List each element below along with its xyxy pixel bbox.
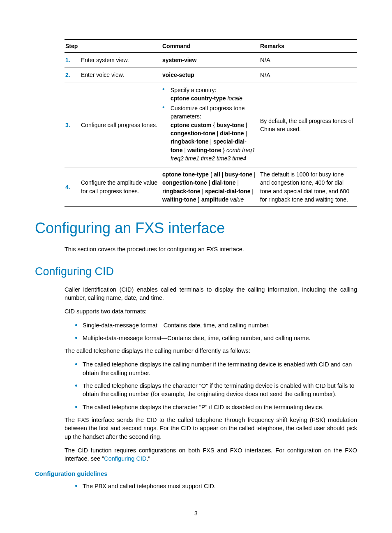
step-command: cptone tone-type { all | busy-tone | con…	[161, 167, 259, 207]
step-desc: Enter voice view.	[80, 67, 161, 83]
page-number: 3	[0, 510, 392, 517]
step-remarks: By default, the call progress tones of C…	[259, 83, 357, 167]
cmd-bullet-text: Specify a country: cptone country-type l…	[171, 86, 242, 103]
table-row: 3. Configure call progress tones. • Spec…	[65, 83, 357, 167]
steps-table: Step Command Remarks 1. Enter system vie…	[65, 39, 357, 207]
step-remarks: The default is 1000 for busy tone and co…	[259, 167, 357, 207]
step-remarks: N/A	[259, 67, 357, 83]
table-header-row: Step Command Remarks	[65, 39, 357, 53]
step-number: 3.	[65, 83, 80, 167]
list-item: The called telephone displays the charac…	[75, 382, 357, 399]
paragraph: Caller identification (CID) enables call…	[65, 285, 357, 302]
paragraph: This section covers the procedures for c…	[65, 245, 357, 253]
list-item: Single-data-message format—Contains date…	[75, 321, 357, 329]
list-item: The PBX and called telephones must suppo…	[75, 482, 357, 490]
th-step: Step	[65, 39, 161, 53]
step-number: 1.	[65, 53, 80, 68]
bullet-list: Single-data-message format—Contains date…	[75, 321, 357, 343]
step-remarks: N/A	[259, 53, 357, 68]
link-configuring-cid[interactable]: Configuring CID	[104, 455, 146, 462]
paragraph: The called telephone displays the callin…	[65, 347, 357, 355]
step-command: system-view	[161, 53, 259, 68]
bullet-icon: •	[162, 86, 171, 103]
paragraph: CID supports two data formats:	[65, 307, 357, 315]
step-command: voice-setup	[161, 67, 259, 83]
cmd-bullet-text: Customize call progress tone parameters:…	[171, 104, 257, 162]
bullet-list: The PBX and called telephones must suppo…	[75, 482, 357, 490]
th-command: Command	[161, 39, 259, 53]
page: Step Command Remarks 1. Enter system vie…	[0, 0, 392, 533]
paragraph: The FXS interface sends the CID to the c…	[65, 416, 357, 441]
bullet-list: The called telephone displays the callin…	[75, 360, 357, 411]
step-desc: Enter system view.	[80, 53, 161, 68]
table-row: 2. Enter voice view. voice-setup N/A	[65, 67, 357, 83]
th-remarks: Remarks	[259, 39, 357, 53]
step-desc: Configure call progress tones.	[80, 83, 161, 167]
step-number: 2.	[65, 67, 80, 83]
paragraph: The CID function requires configurations…	[65, 446, 357, 463]
heading-3: Configuration guidelines	[35, 470, 357, 477]
heading-1: Configuring an FXS interface	[35, 220, 357, 237]
bullet-icon: •	[162, 104, 171, 162]
table-row: 1. Enter system view. system-view N/A	[65, 53, 357, 68]
step-command: • Specify a country: cptone country-type…	[161, 83, 259, 167]
step-number: 4.	[65, 167, 80, 207]
list-item: The called telephone displays the callin…	[75, 360, 357, 377]
heading-2: Configuring CID	[35, 265, 357, 278]
step-desc: Configure the amplitude value for call p…	[80, 167, 161, 207]
list-item: The called telephone displays the charac…	[75, 403, 357, 411]
table-row: 4. Configure the amplitude value for cal…	[65, 167, 357, 207]
list-item: Multiple-data-message format—Contains da…	[75, 334, 357, 342]
